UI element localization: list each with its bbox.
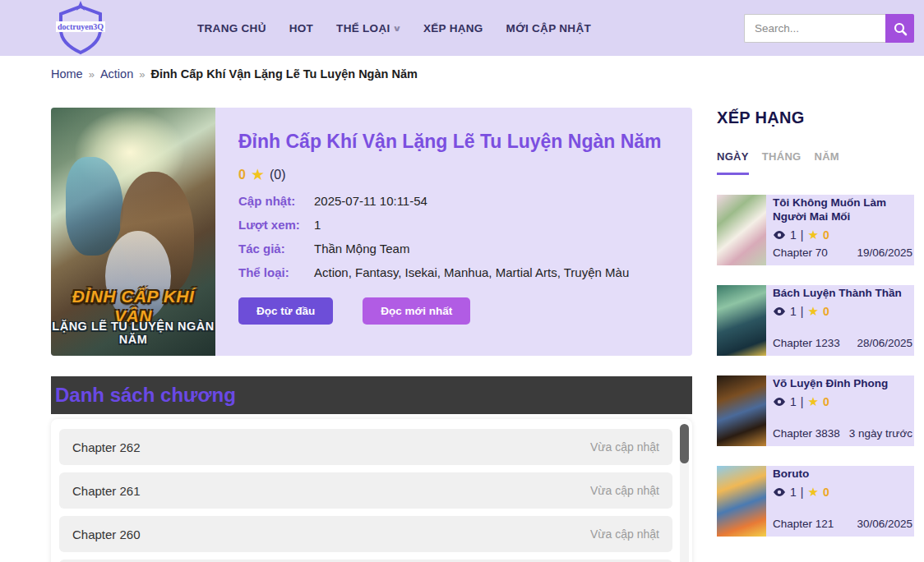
comic-cover-image[interactable]: ĐỈNH CẤP KHÍ VẬN LẶNG LẼ TU LUYỆN NGÀN N… (51, 108, 215, 356)
action-buttons: Đọc từ đầu Đọc mới nhất (238, 297, 682, 325)
ranking-sidebar: XẾP HẠNG NGÀY THÁNG NĂM Tôi Không Muốn L… (717, 108, 914, 556)
updated-label: Cập nhật: (238, 194, 314, 208)
ranking-item-stats: 1 | ★ 0 (773, 485, 914, 500)
nav-item-hot[interactable]: HOT (289, 22, 313, 35)
nav-label: XẾP HẠNG (423, 22, 483, 35)
latest-chapter[interactable]: Chapter 1233 (773, 337, 840, 349)
read-first-button[interactable]: Đọc từ đầu (238, 297, 333, 325)
ranking-thumbnail (717, 375, 766, 446)
chapter-section-title: Danh sách chương (55, 384, 236, 407)
read-latest-button[interactable]: Đọc mới nhất (363, 297, 470, 325)
chevron-down-icon: ∨ (392, 24, 402, 33)
ranking-item[interactable]: Boruto 1 | ★ 0 Chapter 121 30/06/2025 (717, 466, 914, 537)
update-date: 28/06/2025 (857, 337, 912, 349)
eye-icon (773, 230, 786, 240)
breadcrumb-home[interactable]: Home (51, 67, 83, 81)
chapter-name: Chapter 260 (72, 527, 141, 541)
ranking-item[interactable]: Bách Luyện Thành Thần 1 | ★ 0 Chapter 12… (717, 285, 914, 356)
eye-icon (773, 397, 786, 407)
stats-separator: | (801, 395, 804, 408)
genres-value: Action, Fantasy, Isekai, Manhua, Martial… (314, 265, 629, 279)
tab-day[interactable]: NGÀY (717, 150, 749, 175)
chapter-list-scrollbar-thumb[interactable] (680, 424, 689, 463)
ranking-item-title: Võ Luyện Đỉnh Phong (773, 377, 914, 391)
views-label: Lượt xem: (238, 218, 314, 232)
search-bar (744, 14, 914, 43)
latest-chapter[interactable]: Chapter 121 (773, 518, 834, 530)
genres-label: Thể loại: (238, 265, 314, 279)
ranking-tabs: NGÀY THÁNG NĂM (717, 150, 914, 175)
update-date: 30/06/2025 (857, 518, 912, 530)
chapter-list: Chapter 262 Vừa cập nhật Chapter 261 Vừa… (51, 419, 692, 562)
nav-label: MỚI CẬP NHẬT (506, 22, 591, 35)
view-count: 1 (790, 395, 797, 408)
ranking-item-body: Boruto 1 | ★ 0 Chapter 121 30/06/2025 (766, 466, 914, 537)
ranking-thumbnail (717, 195, 766, 265)
nav-item-home[interactable]: TRANG CHỦ (197, 22, 266, 35)
ranking-item-stats: 1 | ★ 0 (773, 228, 914, 242)
ranking-item-stats: 1 | ★ 0 (773, 304, 914, 319)
ranking-item-title: Bách Luyện Thành Thần (773, 287, 914, 301)
chapter-update-time: Vừa cập nhật (590, 440, 659, 454)
views-value: 1 (314, 218, 321, 232)
chapter-row[interactable]: Chapter 260 Vừa cập nhật (59, 516, 672, 552)
chapter-update-time: Vừa cập nhật (590, 484, 659, 497)
stats-separator: | (801, 486, 804, 499)
nav-item-latest[interactable]: MỚI CẬP NHẬT (506, 22, 591, 35)
rating-count: (0) (270, 168, 286, 182)
search-icon (893, 21, 908, 36)
site-logo[interactable]: doctruyen3Q (51, 0, 110, 56)
chapter-row[interactable]: Chapter 261 Vừa cập nhật (59, 472, 672, 509)
ranking-item-body: Võ Luyện Đỉnh Phong 1 | ★ 0 Chapter 3838… (766, 375, 914, 446)
tab-month[interactable]: THÁNG (762, 150, 802, 175)
ranking-item[interactable]: Võ Luyện Đỉnh Phong 1 | ★ 0 Chapter 3838… (717, 375, 914, 446)
author-value: Thần Mộng Team (314, 242, 409, 256)
breadcrumb-category[interactable]: Action (100, 67, 133, 81)
cover-art-shape (66, 157, 123, 256)
ranking-item-body: Bách Luyện Thành Thần 1 | ★ 0 Chapter 12… (766, 285, 914, 356)
star-icon: ★ (807, 304, 818, 319)
latest-chapter[interactable]: Chapter 70 (773, 246, 828, 259)
nav-label: TRANG CHỦ (197, 22, 266, 35)
star-icon[interactable]: ★ (251, 165, 265, 184)
svg-text:doctruyen3Q: doctruyen3Q (58, 22, 104, 31)
updated-value: 2025-07-11 10:11-54 (314, 194, 427, 208)
star-score: 0 (823, 486, 829, 499)
rating-value: 0 (238, 168, 246, 182)
ranking-heading: XẾP HẠNG (717, 108, 914, 127)
star-icon: ★ (807, 228, 818, 242)
chapter-name: Chapter 261 (72, 484, 141, 498)
update-date: 19/06/2025 (857, 246, 912, 259)
page: doctruyen3Q TRANG CHỦ HOT THỂ LOẠI∨ XẾP … (0, 0, 924, 562)
meta-updated: Cập nhật: 2025-07-11 10:11-54 (238, 194, 682, 208)
chapter-section: Danh sách chương Chapter 262 Vừa cập nhậ… (51, 376, 692, 562)
ranking-item-bottom: Chapter 121 30/06/2025 (773, 518, 914, 530)
ranking-item-bottom: Chapter 70 19/06/2025 (773, 246, 914, 259)
chapter-row[interactable]: Chapter 262 Vừa cập nhật (59, 429, 672, 465)
ranking-list: Tôi Không Muốn Làm Người Mai Mối 1 | ★ 0… (717, 195, 914, 537)
chapter-list-scrollbar-track[interactable] (680, 424, 689, 562)
search-button[interactable] (885, 14, 914, 43)
ranking-item-body: Tôi Không Muốn Làm Người Mai Mối 1 | ★ 0… (766, 195, 914, 265)
nav-item-ranking[interactable]: XẾP HẠNG (423, 22, 483, 35)
nav-item-genres[interactable]: THỂ LOẠI∨ (336, 22, 400, 35)
nav-label: THỂ LOẠI (336, 22, 390, 35)
ranking-item-bottom: Chapter 1233 28/06/2025 (773, 337, 914, 349)
ranking-item[interactable]: Tôi Không Muốn Làm Người Mai Mối 1 | ★ 0… (717, 195, 914, 265)
chapter-name: Chapter 262 (72, 440, 141, 454)
view-count: 1 (790, 305, 797, 318)
cover-subtitle-text: LẶNG LẼ TU LUYỆN NGÀN NĂM (51, 320, 215, 346)
stats-separator: | (801, 228, 804, 242)
breadcrumb-current: Đỉnh Cấp Khí Vận Lặng Lẽ Tu Luyện Ngàn N… (150, 67, 417, 81)
star-icon: ★ (807, 485, 818, 500)
rating-row: 0 ★ (0) (238, 165, 682, 184)
breadcrumb: Home » Action » Đỉnh Cấp Khí Vận Lặng Lẽ… (51, 67, 418, 81)
latest-chapter[interactable]: Chapter 3838 (773, 427, 840, 440)
search-input[interactable] (744, 14, 885, 43)
breadcrumb-separator: » (139, 68, 145, 81)
meta-genres: Thể loại: Action, Fantasy, Isekai, Manhu… (238, 265, 682, 279)
eye-icon (773, 487, 786, 497)
header: doctruyen3Q TRANG CHỦ HOT THỂ LOẠI∨ XẾP … (0, 0, 924, 56)
tab-year[interactable]: NĂM (814, 150, 839, 175)
breadcrumb-separator: » (89, 68, 95, 81)
